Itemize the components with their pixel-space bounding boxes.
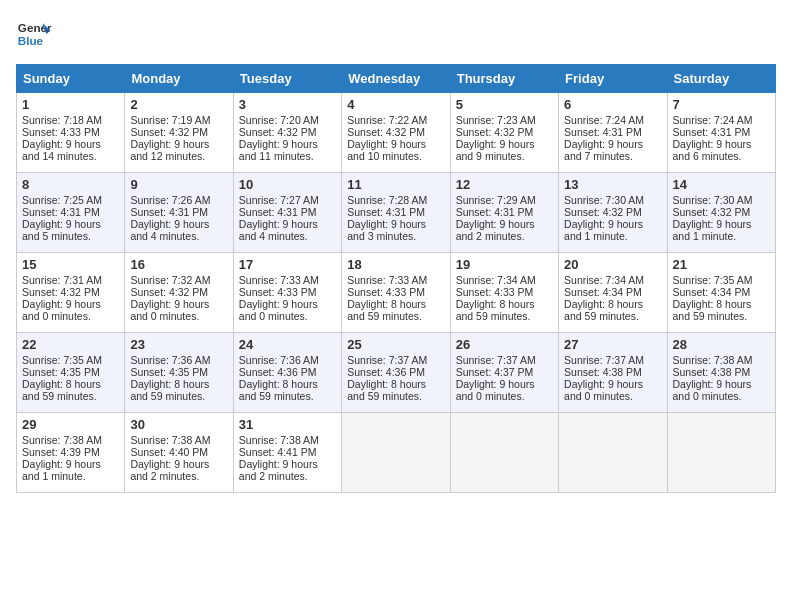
calendar-cell: 8Sunrise: 7:25 AMSunset: 4:31 PMDaylight… [17,173,125,253]
day-number: 28 [673,337,770,352]
day-info: Daylight: 9 hours [673,378,770,390]
calendar-cell: 12Sunrise: 7:29 AMSunset: 4:31 PMDayligh… [450,173,558,253]
calendar-cell: 24Sunrise: 7:36 AMSunset: 4:36 PMDayligh… [233,333,341,413]
day-info: and 59 minutes. [130,390,227,402]
calendar-cell [450,413,558,493]
day-info: Sunrise: 7:25 AM [22,194,119,206]
day-info: and 4 minutes. [130,230,227,242]
calendar-cell: 27Sunrise: 7:37 AMSunset: 4:38 PMDayligh… [559,333,667,413]
day-info: Daylight: 9 hours [130,138,227,150]
day-number: 27 [564,337,661,352]
day-info: and 7 minutes. [564,150,661,162]
calendar-cell: 13Sunrise: 7:30 AMSunset: 4:32 PMDayligh… [559,173,667,253]
day-number: 25 [347,337,444,352]
day-info: and 0 minutes. [456,390,553,402]
day-number: 26 [456,337,553,352]
day-info: Sunset: 4:32 PM [239,126,336,138]
day-info: Daylight: 9 hours [239,298,336,310]
day-info: and 0 minutes. [564,390,661,402]
day-number: 6 [564,97,661,112]
day-info: and 1 minute. [673,230,770,242]
day-info: Sunset: 4:31 PM [673,126,770,138]
day-number: 31 [239,417,336,432]
week-row-2: 8Sunrise: 7:25 AMSunset: 4:31 PMDaylight… [17,173,776,253]
day-info: Sunrise: 7:34 AM [564,274,661,286]
calendar-cell: 20Sunrise: 7:34 AMSunset: 4:34 PMDayligh… [559,253,667,333]
day-info: and 0 minutes. [22,310,119,322]
day-info: Daylight: 9 hours [456,378,553,390]
day-info: Sunrise: 7:33 AM [239,274,336,286]
day-info: Sunrise: 7:37 AM [564,354,661,366]
day-info: Sunset: 4:31 PM [347,206,444,218]
day-info: and 10 minutes. [347,150,444,162]
day-info: Sunrise: 7:30 AM [673,194,770,206]
day-info: Daylight: 9 hours [347,218,444,230]
day-info: Sunset: 4:33 PM [347,286,444,298]
day-info: and 0 minutes. [673,390,770,402]
day-info: and 5 minutes. [22,230,119,242]
day-info: and 3 minutes. [347,230,444,242]
day-number: 10 [239,177,336,192]
day-info: and 2 minutes. [239,470,336,482]
day-info: Sunset: 4:32 PM [130,286,227,298]
day-info: and 1 minute. [564,230,661,242]
day-info: Daylight: 9 hours [564,378,661,390]
day-number: 1 [22,97,119,112]
day-info: Sunrise: 7:30 AM [564,194,661,206]
day-info: and 59 minutes. [673,310,770,322]
calendar-cell: 26Sunrise: 7:37 AMSunset: 4:37 PMDayligh… [450,333,558,413]
day-info: Sunrise: 7:38 AM [239,434,336,446]
day-number: 11 [347,177,444,192]
calendar-cell: 14Sunrise: 7:30 AMSunset: 4:32 PMDayligh… [667,173,775,253]
day-info: Daylight: 8 hours [564,298,661,310]
week-row-1: 1Sunrise: 7:18 AMSunset: 4:33 PMDaylight… [17,93,776,173]
day-number: 14 [673,177,770,192]
day-number: 16 [130,257,227,272]
day-info: Sunrise: 7:20 AM [239,114,336,126]
day-info: Sunrise: 7:38 AM [673,354,770,366]
day-info: and 59 minutes. [22,390,119,402]
day-info: Sunset: 4:41 PM [239,446,336,458]
day-info: Sunset: 4:35 PM [130,366,227,378]
calendar-cell [342,413,450,493]
day-info: Daylight: 9 hours [673,138,770,150]
day-info: and 11 minutes. [239,150,336,162]
calendar-cell: 1Sunrise: 7:18 AMSunset: 4:33 PMDaylight… [17,93,125,173]
day-info: Sunrise: 7:36 AM [130,354,227,366]
weekday-header-thursday: Thursday [450,65,558,93]
calendar-cell: 22Sunrise: 7:35 AMSunset: 4:35 PMDayligh… [17,333,125,413]
day-info: and 0 minutes. [239,310,336,322]
calendar-table: SundayMondayTuesdayWednesdayThursdayFrid… [16,64,776,493]
calendar-cell: 7Sunrise: 7:24 AMSunset: 4:31 PMDaylight… [667,93,775,173]
calendar-cell [559,413,667,493]
day-info: and 59 minutes. [239,390,336,402]
day-info: Sunrise: 7:36 AM [239,354,336,366]
day-info: and 1 minute. [22,470,119,482]
day-info: Sunset: 4:37 PM [456,366,553,378]
day-info: and 2 minutes. [130,470,227,482]
day-info: and 59 minutes. [564,310,661,322]
day-info: Sunrise: 7:29 AM [456,194,553,206]
week-row-5: 29Sunrise: 7:38 AMSunset: 4:39 PMDayligh… [17,413,776,493]
weekday-header-tuesday: Tuesday [233,65,341,93]
day-info: Sunrise: 7:38 AM [130,434,227,446]
page-header: General Blue [16,16,776,52]
calendar-cell [667,413,775,493]
weekday-header-monday: Monday [125,65,233,93]
day-info: and 59 minutes. [347,310,444,322]
weekday-header-saturday: Saturday [667,65,775,93]
day-info: Sunrise: 7:31 AM [22,274,119,286]
day-info: and 0 minutes. [130,310,227,322]
day-info: Daylight: 9 hours [673,218,770,230]
day-number: 21 [673,257,770,272]
day-info: Daylight: 9 hours [239,138,336,150]
calendar-cell: 11Sunrise: 7:28 AMSunset: 4:31 PMDayligh… [342,173,450,253]
day-info: Sunrise: 7:22 AM [347,114,444,126]
calendar-cell: 5Sunrise: 7:23 AMSunset: 4:32 PMDaylight… [450,93,558,173]
day-info: Daylight: 8 hours [347,298,444,310]
day-info: Daylight: 9 hours [456,138,553,150]
day-number: 5 [456,97,553,112]
calendar-cell: 4Sunrise: 7:22 AMSunset: 4:32 PMDaylight… [342,93,450,173]
day-info: Sunrise: 7:18 AM [22,114,119,126]
day-number: 15 [22,257,119,272]
